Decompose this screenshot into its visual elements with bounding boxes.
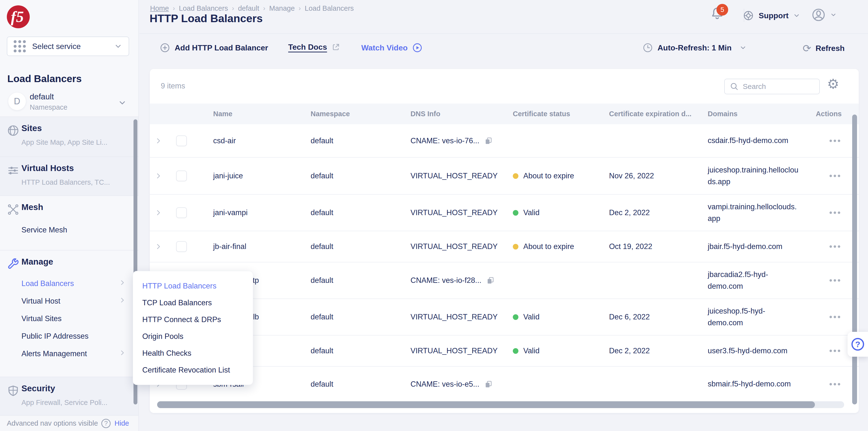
row-actions-menu[interactable]	[800, 140, 859, 142]
sidebar-section-mesh: Mesh Service Mesh	[0, 195, 138, 250]
virtual-hosts-title: Virtual Hosts	[22, 163, 74, 173]
col-cert-expiration[interactable]: Certificate expiration d...	[594, 110, 693, 118]
manage-item-load-balancers[interactable]: Load Balancers	[22, 279, 129, 288]
refresh-button[interactable]: ⟳ Refresh	[803, 42, 845, 54]
help-button[interactable]: ?	[847, 332, 868, 357]
col-dns-info[interactable]: DNS Info	[396, 110, 498, 118]
table-row: sbm-rsairdefaultCNAME: ves-io-e5...sbmai…	[150, 366, 859, 402]
row-checkbox[interactable]	[176, 207, 187, 218]
watch-video-link[interactable]: Watch Video	[361, 42, 423, 53]
chevron-down-icon	[739, 44, 747, 52]
row-actions-menu[interactable]	[800, 316, 859, 318]
manage-item-virtual-sites[interactable]: Virtual Sites	[22, 314, 129, 323]
chevron-down-icon	[830, 11, 837, 18]
hide-link[interactable]: Hide	[115, 419, 129, 427]
cell-namespace: default	[296, 172, 396, 180]
namespace-selector[interactable]: D default Namespace	[0, 91, 139, 117]
globe-icon	[7, 124, 20, 137]
cell-namespace: default	[296, 346, 396, 355]
table-header-row: Name Namespace DNS Info Certificate stat…	[150, 103, 859, 124]
row-checkbox[interactable]	[176, 135, 187, 146]
apps-grid-icon	[13, 40, 26, 52]
row-expander[interactable]	[150, 243, 167, 250]
status-dot	[513, 348, 519, 354]
sidebar-footer: Advanced nav options visible ? Hide	[0, 415, 138, 431]
manage-item-alerts-management[interactable]: Alerts Management	[22, 349, 129, 358]
row-expander[interactable]	[150, 137, 167, 145]
manage-item-public-ip-addresses[interactable]: Public IP Addresses	[22, 332, 129, 341]
horizontal-scrollbar-thumb[interactable]	[157, 401, 815, 408]
notifications-button[interactable]: 5	[710, 6, 727, 26]
row-checkbox[interactable]	[176, 241, 187, 252]
status-dot	[513, 244, 519, 249]
flyout-item-tcp-load-balancers[interactable]: TCP Load Balancers	[133, 294, 253, 311]
gear-icon[interactable]: ⚙	[827, 77, 839, 91]
status-dot	[513, 173, 519, 179]
row-checkbox[interactable]	[176, 171, 187, 181]
sites-title: Sites	[22, 123, 42, 133]
row-actions-menu[interactable]	[800, 212, 859, 214]
table-row: jani-vampidefaultVIRTUAL_HOST_READYValid…	[150, 194, 859, 231]
plus-circle-icon	[160, 42, 170, 53]
cell-dns-info: VIRTUAL_HOST_READY	[396, 242, 498, 251]
row-actions-menu[interactable]	[800, 279, 859, 282]
namespace-name: default	[30, 92, 54, 101]
cell-name: jani-juice	[198, 172, 296, 180]
copy-icon[interactable]	[486, 276, 495, 285]
help-icon: ?	[851, 338, 864, 350]
table-row: jani-juicedefaultVIRTUAL_HOST_READYAbout…	[150, 157, 859, 194]
cell-domains: user3.f5-hyd-demo.com	[693, 345, 800, 357]
row-actions-menu[interactable]	[800, 175, 859, 177]
user-avatar-icon	[811, 7, 826, 23]
cell-cert-status: Valid	[498, 208, 594, 217]
flyout-item-health-checks[interactable]: Health Checks	[133, 345, 253, 362]
tech-docs-label: Tech Docs	[288, 43, 327, 52]
support-menu[interactable]: Support	[743, 10, 800, 22]
cell-domains: vampi.training.helloclouds.app	[693, 201, 800, 224]
row-expander[interactable]	[150, 209, 167, 216]
sidebar-item-security[interactable]: Security App Firewall, Service Poli...	[0, 377, 138, 415]
search-box	[724, 79, 820, 94]
search-input[interactable]	[743, 82, 811, 91]
select-service-dropdown[interactable]: Select service	[7, 36, 129, 56]
cell-domains: csdair.f5-hyd-demo.com	[693, 135, 800, 147]
cell-dns-info: VIRTUAL_HOST_READY	[396, 208, 498, 217]
auto-refresh-dropdown[interactable]: Auto-Refresh: 1 Min	[643, 42, 747, 53]
row-expander[interactable]	[150, 172, 167, 180]
col-domains[interactable]: Domains	[693, 110, 800, 118]
chevron-down-icon	[114, 42, 122, 51]
cell-namespace: default	[296, 313, 396, 321]
flyout-item-certificate-revocation-list[interactable]: Certificate Revocation List	[133, 362, 253, 378]
flyout-item-http-load-balancers[interactable]: HTTP Load Balancers	[133, 278, 253, 294]
manage-item-virtual-host[interactable]: Virtual Host	[22, 297, 129, 306]
flyout-item-origin-pools[interactable]: Origin Pools	[133, 328, 253, 345]
copy-icon[interactable]	[484, 380, 493, 389]
sidebar-section-manage: Manage Load BalancersVirtual HostVirtual…	[0, 250, 138, 377]
tech-docs-link[interactable]: Tech Docs	[288, 42, 341, 52]
sidebar-item-virtual-hosts[interactable]: Virtual Hosts HTTP Load Balancers, TC...	[0, 156, 138, 195]
cell-domains: juiceshop.training.helloclouds.app	[693, 164, 800, 188]
sidebar-link-service-mesh[interactable]: Service Mesh	[22, 226, 67, 235]
sidebar-item-sites[interactable]: Sites App Site Map, App Site Li...	[0, 117, 138, 156]
cell-namespace: default	[296, 136, 396, 145]
cell-cert-status: Valid	[498, 313, 594, 321]
row-actions-menu[interactable]	[800, 383, 859, 386]
cell-cert-status: About to expire	[498, 172, 594, 180]
flyout-item-http-connect-drps[interactable]: HTTP Connect & DRPs	[133, 311, 253, 328]
row-actions-menu[interactable]	[800, 245, 859, 248]
col-namespace[interactable]: Namespace	[296, 110, 396, 118]
copy-icon[interactable]	[484, 136, 493, 145]
table-body: csd-airdefaultCNAME: ves-io-76...csdair.…	[150, 124, 859, 402]
user-menu[interactable]	[811, 7, 837, 23]
col-name[interactable]: Name	[198, 110, 296, 118]
cell-cert-status: About to expire	[498, 242, 594, 251]
vertical-scrollbar-thumb[interactable]	[852, 115, 857, 404]
security-title: Security	[22, 383, 55, 393]
load-balancers-flyout-menu: HTTP Load BalancersTCP Load BalancersHTT…	[133, 271, 253, 385]
cell-dns-info: CNAME: ves-io-76...	[396, 136, 498, 145]
add-http-load-balancer-button[interactable]: Add HTTP Load Balancer	[160, 42, 268, 53]
question-circle-icon[interactable]: ?	[101, 419, 111, 428]
security-subtitle: App Firewall, Service Poli...	[22, 399, 107, 407]
col-cert-status[interactable]: Certificate status	[498, 110, 594, 118]
cell-domains: juiceshop.f5-hyd-demo.com	[693, 305, 800, 329]
